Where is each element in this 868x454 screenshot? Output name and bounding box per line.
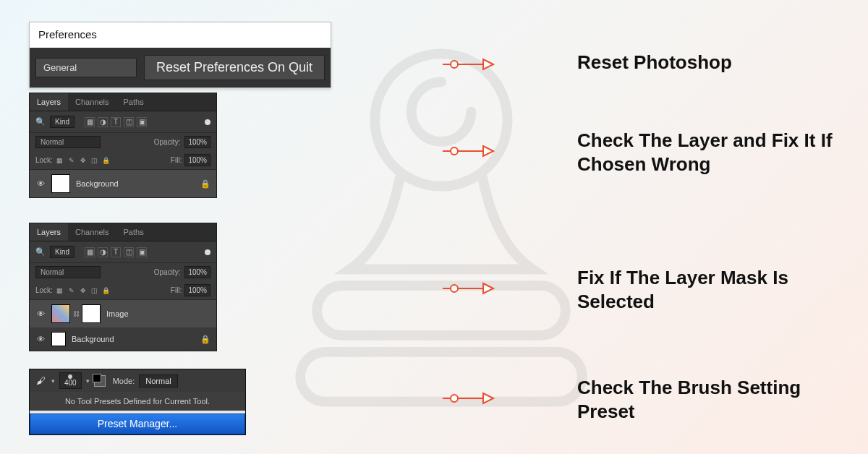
brush-tool-icon[interactable]: 🖌: [34, 374, 47, 387]
filter-type-icon[interactable]: T: [111, 117, 121, 127]
filter-kind-dropdown[interactable]: Kind: [50, 246, 75, 258]
lock-artboard-icon[interactable]: ◫: [90, 286, 99, 295]
visibility-icon[interactable]: 👁: [35, 309, 46, 318]
layers-panel-tabs: Layers Channels Paths: [30, 93, 216, 111]
preferences-title: Preferences: [30, 22, 331, 48]
blend-mode-dropdown[interactable]: Normal: [35, 136, 101, 148]
filter-shape-icon[interactable]: ◫: [124, 117, 134, 127]
layer-name: Background: [72, 335, 114, 343]
reset-preferences-button[interactable]: Reset Preferences On Quit: [144, 55, 325, 80]
dropdown-caret-icon[interactable]: ▾: [51, 377, 55, 385]
dropdown-caret-icon[interactable]: ▾: [86, 377, 90, 385]
layer-row-image[interactable]: 👁 ⛓ Image: [30, 300, 216, 327]
lock-transparency-icon[interactable]: ▦: [56, 156, 64, 165]
layer-name: Background: [76, 179, 119, 188]
lock-image-icon[interactable]: ✎: [67, 156, 76, 165]
filter-toggle[interactable]: [205, 119, 210, 125]
filter-shape-icon[interactable]: ◫: [124, 247, 134, 257]
link-icon[interactable]: ⛓: [72, 310, 80, 317]
preferences-body: General Reset Preferences On Quit: [30, 48, 331, 87]
caption-brush-preset: Check The Brush Setting Preset: [577, 376, 809, 423]
brush-options-bar: 🖌 ▾ 400 ▾ Mode: Normal: [30, 369, 245, 392]
layer-thumbnail[interactable]: [51, 332, 66, 346]
layer-thumbnail[interactable]: [51, 174, 70, 193]
opacity-label: Opacity:: [154, 138, 181, 146]
filter-adjustment-icon[interactable]: ◑: [98, 117, 108, 127]
tab-paths[interactable]: Paths: [116, 93, 151, 111]
search-icon[interactable]: 🔍: [35, 117, 46, 127]
layers-panel-mask: Layers Channels Paths 🔍 Kind ▦ ◑ T ◫ ▣ N…: [29, 223, 217, 351]
svg-point-3: [451, 61, 458, 68]
layers-panel-tabs: Layers Channels Paths: [30, 223, 216, 241]
lock-all-icon[interactable]: 🔒: [102, 156, 111, 165]
mode-dropdown[interactable]: Normal: [139, 374, 177, 387]
row-layer-mask: Layers Channels Paths 🔍 Kind ▦ ◑ T ◫ ▣ N…: [0, 223, 868, 351]
filter-type-icon[interactable]: T: [111, 247, 121, 257]
brush-size-picker[interactable]: 400: [59, 372, 82, 389]
tab-layers[interactable]: Layers: [30, 93, 68, 111]
tab-paths[interactable]: Paths: [116, 223, 151, 241]
lock-artboard-icon[interactable]: ◫: [90, 156, 99, 165]
filter-toggle[interactable]: [205, 249, 210, 255]
tab-layers[interactable]: Layers: [30, 223, 68, 241]
arrow-icon: [441, 280, 498, 299]
filter-adjustment-icon[interactable]: ◑: [98, 247, 108, 257]
row-check-layer: Layers Channels Paths 🔍 Kind ▦ ◑ T ◫ ▣ N…: [0, 93, 868, 198]
fill-value[interactable]: 100%: [184, 284, 210, 296]
tab-channels[interactable]: Channels: [68, 93, 116, 111]
filter-pixel-icon[interactable]: ▦: [85, 247, 95, 257]
caption-check-layer: Check The Layer and Fix It If Chosen Wro…: [577, 129, 838, 176]
filter-kind-dropdown[interactable]: Kind: [50, 116, 75, 128]
mode-label: Mode:: [113, 377, 135, 385]
visibility-icon[interactable]: 👁: [35, 179, 46, 188]
fill-label: Fill:: [171, 156, 182, 164]
layer-row-background[interactable]: 👁 Background 🔒: [30, 327, 216, 351]
filter-smart-icon[interactable]: ▣: [137, 117, 147, 127]
fill-label: Fill:: [171, 286, 182, 294]
lock-transparency-icon[interactable]: ▦: [56, 286, 64, 295]
brush-size-value: 400: [64, 379, 77, 387]
lock-row: Lock: ▦ ✎ ✥ ◫ 🔒 Fill: 100%: [30, 281, 216, 300]
preferences-category-dropdown[interactable]: General: [35, 58, 137, 77]
lock-row: Lock: ▦ ✎ ✥ ◫ 🔒 Fill: 100%: [30, 151, 216, 170]
arrow-icon: [441, 56, 498, 75]
opacity-label: Opacity:: [154, 268, 181, 276]
lock-icon[interactable]: 🔒: [200, 179, 210, 189]
layer-filter-row: 🔍 Kind ▦ ◑ T ◫ ▣: [30, 241, 216, 263]
row-brush-preset: 🖌 ▾ 400 ▾ Mode: Normal No Tool Presets D…: [0, 369, 868, 435]
opacity-value[interactable]: 100%: [184, 266, 210, 278]
arrow-icon: [441, 143, 498, 162]
lock-label: Lock:: [35, 286, 53, 294]
svg-point-7: [451, 285, 458, 292]
lock-image-icon[interactable]: ✎: [67, 286, 76, 295]
layer-row-background[interactable]: 👁 Background 🔒: [30, 170, 216, 197]
svg-point-9: [451, 395, 458, 402]
color-swatch-icon[interactable]: [94, 375, 106, 387]
layer-name: Image: [106, 309, 129, 318]
layers-panel: Layers Channels Paths 🔍 Kind ▦ ◑ T ◫ ▣ N…: [29, 93, 217, 198]
layer-filter-row: 🔍 Kind ▦ ◑ T ◫ ▣: [30, 111, 216, 133]
blend-row: Normal Opacity: 100%: [30, 263, 216, 281]
search-icon[interactable]: 🔍: [35, 247, 46, 257]
caption-reset-photoshop: Reset Photoshop: [577, 51, 732, 74]
row-reset-photoshop: Preferences General Reset Preferences On…: [0, 22, 868, 88]
lock-label: Lock:: [35, 156, 53, 164]
lock-all-icon[interactable]: 🔒: [102, 286, 111, 295]
brush-options-panel: 🖌 ▾ 400 ▾ Mode: Normal No Tool Presets D…: [29, 369, 246, 435]
blend-row: Normal Opacity: 100%: [30, 133, 216, 151]
tab-channels[interactable]: Channels: [68, 223, 116, 241]
filter-pixel-icon[interactable]: ▦: [85, 117, 95, 127]
lock-position-icon[interactable]: ✥: [79, 286, 88, 295]
svg-point-5: [451, 147, 458, 155]
layer-mask-thumbnail[interactable]: [82, 304, 101, 323]
lock-icon[interactable]: 🔒: [200, 335, 210, 344]
opacity-value[interactable]: 100%: [184, 136, 210, 148]
filter-smart-icon[interactable]: ▣: [137, 247, 147, 257]
preset-manager-button[interactable]: Preset Manager...: [30, 414, 245, 434]
no-tool-preset-message: No Tool Presets Defined for Current Tool…: [30, 392, 245, 411]
lock-position-icon[interactable]: ✥: [79, 156, 88, 165]
fill-value[interactable]: 100%: [184, 154, 210, 166]
visibility-icon[interactable]: 👁: [35, 335, 46, 343]
blend-mode-dropdown[interactable]: Normal: [35, 266, 101, 278]
layer-thumbnail-image[interactable]: [51, 304, 70, 323]
